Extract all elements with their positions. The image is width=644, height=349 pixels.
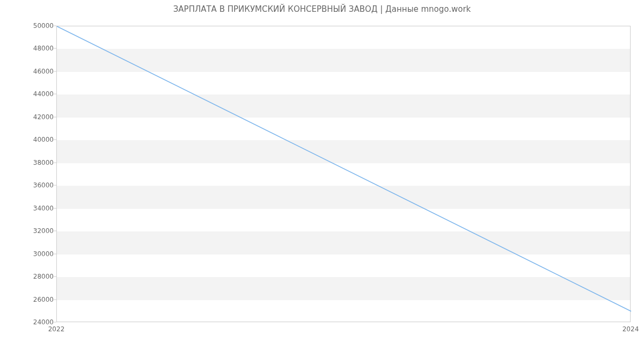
chart-container: ЗАРПЛАТА В ПРИКУМСКИЙ КОНСЕРВНЫЙ ЗАВОД |…: [0, 0, 644, 349]
y-tick-label: 30000: [3, 250, 54, 258]
y-tick-label: 50000: [3, 22, 54, 30]
y-tick-label: 32000: [3, 227, 54, 235]
y-tick-label: 24000: [3, 318, 54, 326]
x-tick-label: 2022: [48, 325, 65, 333]
y-tick-label: 28000: [3, 273, 54, 280]
y-tick-label: 26000: [3, 296, 54, 303]
y-tick-label: 36000: [3, 181, 54, 189]
y-tick-label: 34000: [3, 205, 54, 212]
y-tick-label: 46000: [3, 68, 54, 75]
y-tick-label: 38000: [3, 159, 54, 166]
x-tick-label: 2024: [623, 325, 639, 333]
y-tick-label: 48000: [3, 45, 54, 52]
plot-area: [56, 26, 631, 322]
y-tick-label: 40000: [3, 136, 54, 143]
y-tick-label: 42000: [3, 113, 54, 121]
line-series: [57, 26, 630, 322]
y-tick-label: 44000: [3, 90, 54, 98]
chart-title: ЗАРПЛАТА В ПРИКУМСКИЙ КОНСЕРВНЫЙ ЗАВОД |…: [0, 4, 644, 14]
